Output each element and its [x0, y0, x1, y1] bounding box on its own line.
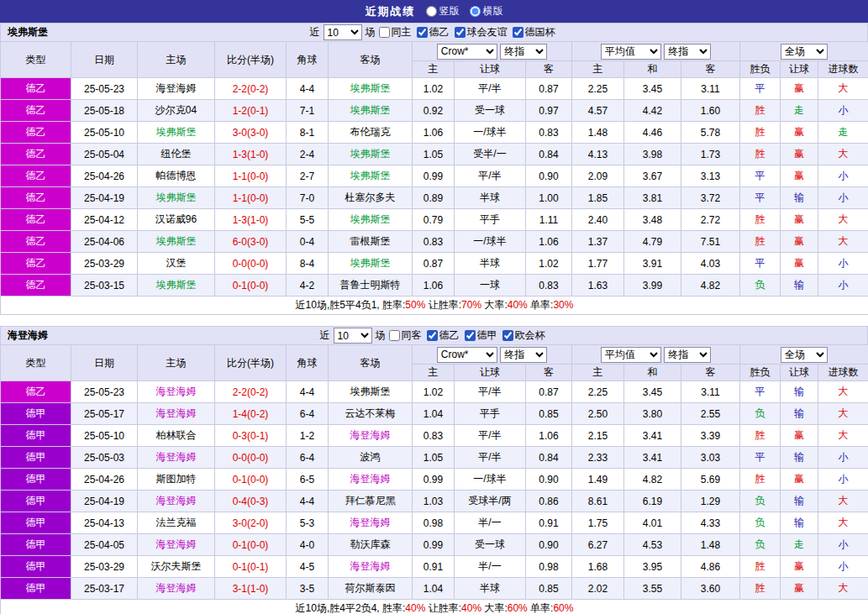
avg-draw-cell: 3.67 — [624, 165, 681, 187]
fulltime-select[interactable]: 全场 — [781, 347, 828, 363]
filter-checkbox-input[interactable] — [455, 27, 466, 38]
avg-away-cell: 3.72 — [681, 187, 740, 209]
avg-away-cell: 5.69 — [681, 469, 740, 491]
layout-radio-input[interactable] — [470, 6, 481, 17]
filter-checkbox-input[interactable] — [513, 27, 523, 38]
avg-final-select[interactable]: 终指 — [664, 44, 711, 60]
date-cell: 25-04-19 — [71, 187, 138, 209]
goals-result-cell: 小 — [818, 469, 868, 491]
goals-result-cell: 大 — [818, 78, 868, 100]
avg-final-select[interactable]: 终指 — [664, 347, 711, 363]
date-cell: 25-05-18 — [71, 100, 138, 122]
match-count-select[interactable]: 10 — [324, 24, 362, 40]
league-cell: 德乙 — [1, 209, 71, 231]
avg-draw-cell: 4.01 — [624, 512, 681, 534]
odds-final-select[interactable]: 终指 — [500, 347, 547, 363]
handicap-cell: 一/球半 — [455, 231, 526, 253]
avg-source-select[interactable]: 平均值 — [601, 44, 661, 60]
handicap-result-cell: 赢 — [781, 78, 818, 100]
date-cell: 25-04-26 — [71, 469, 138, 491]
away-team-cell: 埃弗斯堡 — [329, 209, 413, 231]
home-team-cell: 沃尔夫斯堡 — [138, 556, 215, 578]
avg-home-cell: 2.50 — [572, 403, 624, 425]
layout-radio-vertical[interactable]: 竖版 — [426, 4, 460, 18]
avg-away-cell: 1.60 — [681, 100, 740, 122]
odds-home-cell: 0.91 — [413, 556, 455, 578]
filter-checkbox-同主[interactable]: 同主 — [379, 25, 412, 39]
league-cell: 德甲 — [1, 534, 71, 556]
odds-home-cell: 0.99 — [413, 469, 455, 491]
corner-cell: 2-4 — [287, 144, 329, 165]
handicap-result-cell: 赢 — [781, 253, 818, 275]
league-cell: 德甲 — [1, 403, 71, 425]
handicap-result-cell: 赢 — [781, 209, 818, 231]
odds-away-cell: 0.90 — [526, 534, 572, 556]
match-row: 德乙25-03-15埃弗斯堡0-1(0-0)4-2普鲁士明斯特1.06一球0.8… — [1, 275, 868, 297]
filter-checkbox-input[interactable] — [502, 330, 513, 341]
corner-cell: 5-5 — [287, 209, 329, 231]
summary-text: 让胜率: — [425, 299, 461, 311]
odds-away-cell: 1.11 — [526, 209, 572, 231]
filter-checkbox-德国杯[interactable]: 德国杯 — [513, 25, 555, 39]
filter-checkbox-球会友谊[interactable]: 球会友谊 — [455, 25, 508, 39]
filter-checkbox-同客[interactable]: 同客 — [389, 328, 422, 343]
score-cell: 6-0(3-0) — [215, 231, 287, 253]
avg-header-cell: 平均值 终指 — [572, 345, 740, 365]
filter-checkbox-label: 德乙 — [429, 25, 450, 39]
avg-draw-cell: 3.98 — [624, 144, 681, 165]
filter-checkbox-input[interactable] — [427, 330, 438, 341]
filter-checkbox-德乙[interactable]: 德乙 — [417, 25, 450, 39]
corner-cell: 3-5 — [287, 578, 329, 600]
handicap-result-cell: 赢 — [781, 469, 818, 491]
near-label: 近 — [310, 25, 320, 39]
goals-result-cell: 大 — [818, 491, 868, 512]
filter-checkbox-input[interactable] — [379, 27, 390, 38]
fulltime-select[interactable]: 全场 — [781, 44, 828, 60]
col-header-score: 比分(半场) — [215, 345, 287, 381]
odds-home-cell: 0.87 — [413, 253, 455, 275]
avg-draw-cell: 4.82 — [624, 469, 681, 491]
avg-draw-cell: 3.55 — [624, 578, 681, 600]
odds-source-select[interactable]: Crow* — [437, 347, 497, 363]
odds-home-cell: 0.83 — [413, 231, 455, 253]
match-row: 德乙25-05-23海登海姆2-2(0-2)4-4埃弗斯堡1.02平/半0.87… — [1, 78, 868, 100]
layout-radio-horizontal[interactable]: 横版 — [470, 4, 503, 18]
odds-home-cell: 0.98 — [413, 512, 455, 534]
summary-text: 大率: — [481, 602, 508, 614]
filter-checkbox-德乙[interactable]: 德乙 — [427, 328, 460, 343]
odds-final-select[interactable]: 终指 — [500, 44, 547, 60]
home-team-cell: 斯图加特 — [138, 469, 215, 491]
date-cell: 25-05-04 — [71, 144, 138, 165]
odds-away-cell: 0.85 — [526, 403, 572, 425]
filter-checkbox-欧会杯[interactable]: 欧会杯 — [502, 328, 545, 343]
odds-home-cell: 0.79 — [413, 209, 455, 231]
odds-home-cell: 1.05 — [413, 447, 455, 469]
home-team-cell: 帕德博恩 — [138, 165, 215, 187]
filter-checkbox-input[interactable] — [465, 330, 476, 341]
match-count-select[interactable]: 10 — [334, 328, 372, 344]
handicap-cell: 平/半 — [455, 381, 526, 403]
score-cell: 1-3(1-0) — [215, 209, 287, 231]
odds-home-cell: 1.06 — [413, 275, 455, 297]
filter-checkbox-德甲[interactable]: 德甲 — [465, 328, 497, 343]
handicap-cell: 一/球半 — [455, 469, 526, 491]
avg-source-select[interactable]: 平均值 — [601, 347, 661, 363]
home-team-cell: 汉堡 — [138, 253, 215, 275]
date-cell: 25-05-10 — [71, 425, 138, 447]
subcol-winloss: 胜负 — [740, 365, 781, 381]
match-row: 德乙25-04-06埃弗斯堡6-0(3-0)0-4雷根斯堡0.83一/球半1.0… — [1, 231, 868, 253]
summary-stat-value: 30% — [553, 299, 573, 311]
layout-radio-input[interactable] — [426, 6, 437, 17]
games-label: 场 — [376, 328, 386, 343]
handicap-result-cell: 赢 — [781, 556, 818, 578]
corner-cell: 4-0 — [287, 534, 329, 556]
filter-checkbox-input[interactable] — [389, 330, 400, 341]
odds-away-cell: 0.87 — [526, 381, 572, 403]
odds-source-select[interactable]: Crow* — [437, 44, 497, 60]
odds-away-cell: 0.84 — [526, 144, 572, 165]
corner-cell: 4-4 — [287, 381, 329, 403]
avg-home-cell: 4.57 — [572, 100, 624, 122]
score-cell: 2-2(0-2) — [215, 381, 287, 403]
home-team-cell: 法兰克福 — [138, 512, 215, 534]
filter-checkbox-input[interactable] — [417, 27, 428, 38]
